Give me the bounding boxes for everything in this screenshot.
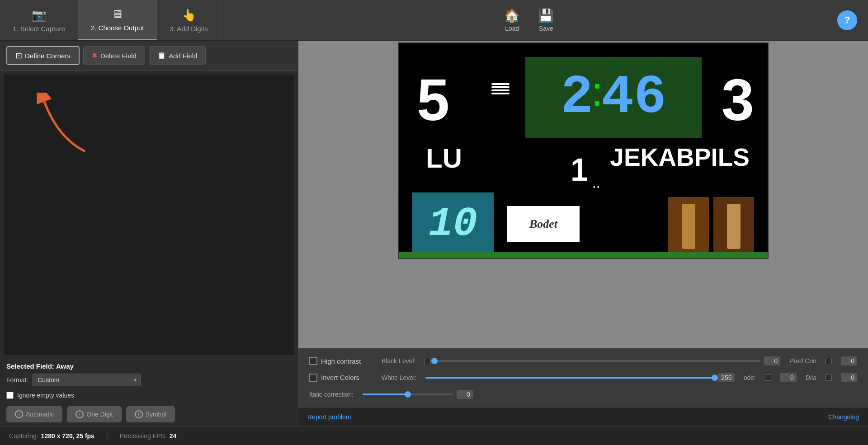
one-digit-button[interactable]: + One Digit: [67, 406, 121, 422]
italic-thumb[interactable]: [405, 391, 411, 398]
symbol-plus-icon: +: [135, 410, 143, 418]
period-dots: • •: [593, 183, 599, 191]
team-left: LU: [426, 143, 462, 174]
pixel-con-label: Pixel Con: [789, 357, 816, 365]
save-button[interactable]: 💾 Save: [538, 8, 554, 32]
high-contrast-checkbox[interactable]: [309, 357, 317, 365]
automatic-button[interactable]: + Automatic: [6, 406, 62, 422]
left-panel: ⊡ Define Corners ✖ Delete Field 📋 Add Fi…: [0, 41, 298, 426]
add-field-button[interactable]: 📋 Add Field: [149, 46, 206, 65]
format-select[interactable]: Custom Integer Float String: [33, 374, 141, 386]
dila-checkbox[interactable]: [826, 375, 832, 381]
mode-label: ode:: [744, 374, 756, 381]
pixel-con-checkbox[interactable]: [826, 358, 832, 364]
define-corners-label: Define Corners: [25, 52, 71, 60]
timer-right: 46: [601, 67, 666, 128]
italic-fill: [363, 393, 408, 395]
timer-display: 2 46: [561, 67, 666, 128]
output-icon: 🖥: [112, 7, 123, 21]
controls-row-3: Italic correction: 0: [309, 390, 857, 399]
dila-label: Dila: [806, 374, 816, 381]
digits-icon: 👆: [182, 8, 196, 22]
arrow-overlay: [31, 93, 103, 158]
white-level-thumb[interactable]: [712, 375, 718, 381]
black-level-slider[interactable]: [434, 360, 760, 362]
italic-value: 0: [457, 390, 473, 399]
toolbar-center: 🏠 Load 💾 Save: [221, 0, 837, 40]
scoreboard-image: 5 2: [398, 42, 769, 259]
digit-tall-1: [682, 204, 695, 249]
ignore-empty-row: Ignore empty values: [0, 390, 298, 403]
black-level-thumb[interactable]: [431, 358, 438, 364]
timer-box: 2 46: [525, 57, 702, 138]
invert-colors-control: Invert Colors: [309, 374, 373, 382]
white-level-fill: [425, 377, 715, 379]
fps-value: 24: [170, 432, 177, 440]
help-label: ?: [844, 15, 850, 25]
changelog-link[interactable]: Changelog: [828, 413, 859, 421]
report-problem-link[interactable]: Report problem: [307, 413, 351, 421]
load-button[interactable]: 🏠 Load: [504, 8, 520, 32]
italic-slider[interactable]: [363, 393, 453, 395]
one-digit-plus-icon: +: [75, 410, 84, 418]
bodet-logo: Bodet: [507, 206, 580, 242]
controls-row-2: Invert Colors White Level: 255 ode: 0 Di…: [309, 373, 857, 382]
score-left: 5: [417, 66, 449, 134]
tab-select-capture[interactable]: 📷 1. Select Capture: [0, 0, 78, 40]
field-buttons-row: ⊡ Define Corners ✖ Delete Field 📋 Add Fi…: [0, 41, 298, 71]
delete-icon: ✖: [92, 52, 98, 60]
line4: [491, 93, 509, 94]
high-contrast-label: High contrast: [321, 357, 361, 365]
selected-field-value: Away: [56, 362, 74, 370]
tab-add-digits[interactable]: 👆 3. Add Digits: [157, 0, 221, 40]
white-level-slider[interactable]: [425, 377, 715, 379]
symbol-button[interactable]: + Symbol: [126, 406, 175, 422]
mode-checkbox[interactable]: [765, 375, 771, 381]
define-corners-button[interactable]: ⊡ Define Corners: [6, 46, 80, 65]
define-corners-icon: ⊡: [15, 51, 22, 61]
right-panel: 5 2: [298, 41, 868, 426]
pixel-con-value: 0: [841, 356, 857, 365]
black-level-value: 0: [764, 356, 780, 365]
colon-separator: [595, 84, 599, 106]
main-content: ⊡ Define Corners ✖ Delete Field 📋 Add Fi…: [0, 41, 868, 426]
status-bar: Capturing: 1280 x 720, 25 fps | Processi…: [0, 426, 868, 445]
fps-label: Processing FPS:: [120, 432, 167, 440]
timer-left: 2: [561, 67, 593, 128]
dila-value: 0: [841, 373, 857, 382]
delete-field-button[interactable]: ✖ Delete Field: [83, 46, 145, 65]
toolbar-right: ?: [837, 0, 868, 40]
automatic-plus-icon: +: [15, 410, 23, 418]
digit-tall-2: [727, 204, 741, 249]
tab-add-digits-label: 3. Add Digits: [170, 25, 208, 33]
period-number: 1: [571, 152, 588, 188]
ignore-empty-label: Ignore empty values: [17, 392, 74, 399]
help-button[interactable]: ?: [837, 10, 857, 30]
black-level-slider-container: 0: [425, 356, 780, 365]
black-level-label: Black Level:: [382, 357, 415, 365]
save-icon: 💾: [538, 8, 554, 23]
capturing-value: 1280 x 720, 25 fps: [41, 432, 94, 440]
colon-dot-bottom: [595, 101, 599, 106]
capturing-label: Capturing:: [9, 432, 38, 440]
colon-dot-top: [595, 84, 599, 89]
team-right: JEKABPILS: [610, 143, 750, 172]
ignore-empty-checkbox[interactable]: [6, 392, 14, 399]
selected-field-row: Selected Field: Away: [0, 359, 298, 372]
tab-select-capture-label: 1. Select Capture: [13, 25, 65, 33]
save-label: Save: [539, 25, 553, 32]
tab-choose-output[interactable]: 🖥 2. Choose Output: [78, 0, 157, 40]
bottom-score-right2: [713, 197, 754, 256]
controls-row-1: High contrast Black Level: 0 Pixel Con 0: [309, 356, 857, 365]
format-row: Format: Custom Integer Float String: [0, 372, 298, 390]
green-bar-bottom: [399, 252, 768, 258]
toolbar: 📷 1. Select Capture 🖥 2. Choose Output 👆…: [0, 0, 868, 41]
white-level-label: White Level:: [382, 374, 416, 381]
invert-colors-checkbox[interactable]: [309, 374, 317, 382]
symbol-label: Symbol: [146, 411, 167, 418]
selected-field-label: Selected Field:: [6, 362, 54, 370]
black-level-checkbox[interactable]: [425, 358, 431, 364]
add-field-label: Add Field: [169, 52, 197, 60]
automatic-label: Automatic: [26, 411, 54, 418]
center-lines: [491, 83, 509, 94]
